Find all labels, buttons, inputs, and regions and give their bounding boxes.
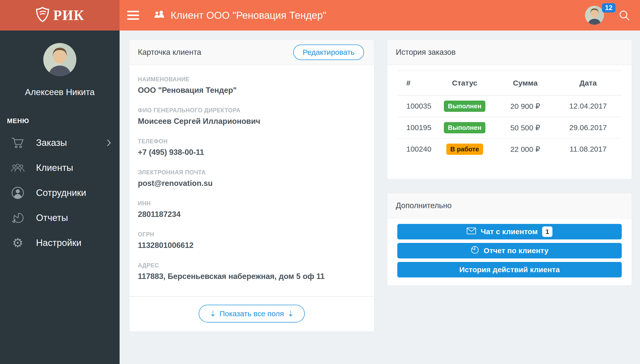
client-fields: НАИМЕНОВАНИЕ ООО "Реновация Тендер" ФИО … bbox=[129, 65, 374, 296]
orders-card-header: История заказов bbox=[387, 40, 632, 65]
notification-badge: 12 bbox=[602, 3, 615, 13]
sidebar-user-name: Алексеев Никита bbox=[0, 87, 120, 97]
clients-group-icon bbox=[154, 11, 166, 20]
orders-table: # Статус Сумма Дата 100035 Выполнен 20 9… bbox=[387, 65, 632, 179]
field-email: ЭЛЕКТРОННАЯ ПОЧТА post@renovation.su bbox=[138, 169, 366, 188]
order-row[interactable]: 100035 Выполнен 20 900 ₽ 12.04.2017 bbox=[397, 96, 622, 117]
client-card-title: Карточка клиента bbox=[138, 48, 201, 57]
sidebar-item-settings[interactable]: ⚙ Настройки bbox=[0, 230, 120, 255]
status-badge: В работе bbox=[446, 144, 483, 155]
employee-icon bbox=[10, 187, 26, 199]
top-bar: РИК Клиент ООО "Реновация Тендер" bbox=[0, 0, 640, 31]
orders-card-title: История заказов bbox=[396, 48, 456, 57]
sidebar-item-label: Отчеты bbox=[36, 213, 68, 223]
down-dashed-arrow-icon: ⇣ bbox=[287, 309, 294, 318]
client-card: Карточка клиента Редактировать НАИМЕНОВА… bbox=[129, 40, 374, 332]
logo-text: РИК bbox=[53, 7, 84, 23]
status-badge: Выполнен bbox=[444, 101, 485, 112]
sidebar-item-employees[interactable]: Сотрудники bbox=[0, 180, 120, 205]
sidebar-item-label: Настройки bbox=[36, 238, 81, 248]
order-row[interactable]: 100240 В работе 22 000 ₽ 11.08.2017 bbox=[397, 139, 622, 160]
order-sum: 20 900 ₽ bbox=[496, 102, 554, 111]
gear-icon: ⚙ bbox=[10, 237, 26, 249]
sidebar-avatar bbox=[43, 43, 76, 76]
pie-report-icon bbox=[471, 246, 479, 256]
sidebar-menu: Заказы bbox=[0, 130, 120, 255]
extra-actions: Чат с клиентом 1 Отчет по клиенту bbox=[387, 218, 632, 285]
field-name: НАИМЕНОВАНИЕ ООО "Реновация Тендер" bbox=[138, 76, 366, 95]
logo[interactable]: РИК bbox=[0, 0, 120, 31]
search-icon[interactable] bbox=[618, 10, 630, 21]
extra-card: Дополнительно Чат с клиентом 1 bbox=[387, 193, 632, 286]
sidebar-item-orders[interactable]: Заказы bbox=[0, 130, 120, 155]
order-date: 11.08.2017 bbox=[554, 145, 622, 153]
extra-card-header: Дополнительно bbox=[387, 193, 632, 218]
order-date: 12.04.2017 bbox=[554, 102, 622, 110]
menu-section-label: МЕНЮ bbox=[7, 117, 120, 125]
main-content: Карточка клиента Редактировать НАИМЕНОВА… bbox=[120, 31, 640, 364]
chat-with-client-button[interactable]: Чат с клиентом 1 bbox=[397, 224, 622, 239]
envelope-icon bbox=[467, 227, 476, 236]
client-card-header: Карточка клиента Редактировать bbox=[129, 40, 374, 65]
sidebar-item-label: Клиенты bbox=[36, 163, 73, 173]
clients-icon bbox=[10, 163, 26, 173]
order-sum: 50 500 ₽ bbox=[496, 123, 554, 132]
avatar-photo bbox=[585, 6, 604, 25]
order-id: 100195 bbox=[397, 123, 433, 132]
show-all-fields-button[interactable]: ⇣ Показать все поля ⇣ bbox=[199, 305, 305, 322]
sidebar-item-reports[interactable]: Отчеты bbox=[0, 205, 120, 230]
chevron-right-icon bbox=[107, 139, 111, 147]
top-bar-main: Клиент ООО "Реновация Тендер" 12 bbox=[120, 0, 640, 31]
order-sum: 22 000 ₽ bbox=[496, 145, 554, 154]
down-dashed-arrow-icon: ⇣ bbox=[210, 309, 216, 318]
right-column: История заказов # Статус Сумма Дата 1000 bbox=[387, 40, 632, 286]
cart-icon bbox=[10, 137, 26, 149]
sidebar-item-label: Заказы bbox=[36, 138, 67, 148]
field-address: АДРЕС 117883, Берсеньевская набережная, … bbox=[138, 262, 366, 281]
order-id: 100240 bbox=[397, 145, 433, 153]
sidebar-item-clients[interactable]: Клиенты bbox=[0, 155, 120, 180]
client-report-button[interactable]: Отчет по клиенту bbox=[397, 243, 622, 258]
field-phone: ТЕЛЕФОН +7 (495) 938-00-11 bbox=[138, 138, 366, 157]
hamburger-menu-icon[interactable] bbox=[127, 11, 139, 20]
status-badge: Выполнен bbox=[444, 122, 485, 133]
field-director: ФИО ГЕНЕРАЛЬНОГО ДИРЕКТОРА Моисеев Серге… bbox=[138, 107, 366, 126]
order-date: 29.06.2017 bbox=[554, 123, 622, 132]
orders-table-header: # Статус Сумма Дата bbox=[397, 71, 622, 96]
app-window: РИК Клиент ООО "Реновация Тендер" bbox=[0, 0, 640, 364]
field-ogrn: ОГРН 1132801006612 bbox=[138, 231, 366, 250]
shield-logo-icon bbox=[35, 7, 50, 24]
chat-unread-badge: 1 bbox=[542, 226, 552, 237]
extra-card-title: Дополнительно bbox=[396, 201, 452, 210]
field-inn: ИНН 2801187234 bbox=[138, 200, 366, 219]
user-avatar[interactable]: 12 bbox=[585, 6, 604, 25]
order-row[interactable]: 100195 Выполнен 50 500 ₽ 29.06.2017 bbox=[397, 117, 622, 139]
order-id: 100035 bbox=[397, 102, 433, 110]
orders-card: История заказов # Статус Сумма Дата 1000 bbox=[387, 40, 632, 179]
sidebar: Алексеев Никита МЕНЮ Заказы bbox=[0, 31, 120, 364]
page-title: Клиент ООО "Реновация Тендер" bbox=[171, 10, 327, 21]
client-history-button[interactable]: История действий клиента bbox=[397, 262, 622, 277]
client-card-footer: ⇣ Показать все поля ⇣ bbox=[129, 296, 374, 331]
sidebar-item-label: Сотрудники bbox=[36, 188, 86, 198]
edit-button[interactable]: Редактировать bbox=[293, 45, 364, 60]
pie-chart-icon bbox=[10, 212, 26, 224]
